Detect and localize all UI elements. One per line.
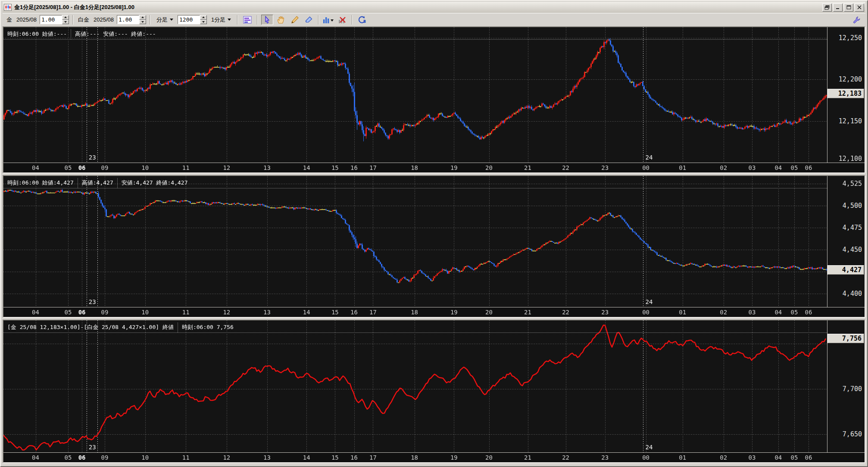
date-label: 24 — [646, 298, 653, 305]
x-tick-label: 09 — [101, 164, 109, 171]
date-label: 24 — [646, 444, 653, 451]
y-tick-label: 12,100 — [839, 155, 862, 163]
x-tick-label: 13 — [263, 454, 271, 461]
chevron-down-icon — [228, 19, 231, 21]
x-tick-label: 12 — [223, 309, 230, 316]
minimize-button[interactable] — [833, 3, 843, 12]
x-tick-label: 06 — [78, 309, 86, 316]
cursor-icon — [264, 16, 271, 24]
x-tick-label: 20 — [485, 309, 493, 316]
window-restore-button[interactable] — [822, 3, 832, 12]
refresh-button[interactable]: B — [356, 15, 368, 25]
y-tick-label: 7,700 — [843, 385, 862, 393]
toolbar-separator — [318, 15, 319, 25]
x-tick-label: 02 — [720, 164, 727, 171]
x-tick-label: 23 — [601, 309, 609, 316]
x-tick-label: 12 — [223, 454, 230, 461]
platinum-month-label: 2025/08 — [92, 16, 115, 23]
platinum-multiplier-input[interactable] — [117, 15, 139, 24]
platinum-symbol-label: 白金 — [77, 16, 91, 24]
x-tick-label: 18 — [411, 164, 418, 171]
spread-line-canvas[interactable] — [3, 320, 827, 452]
toolbar-separator — [257, 15, 258, 25]
x-tick-label: 17 — [369, 454, 377, 461]
gold-time-axis: 0405060910111213141516171819202122230001… — [3, 163, 865, 172]
spread-value-axis: 7,7007,6507,756 — [827, 320, 865, 452]
cursor-select-button[interactable] — [261, 15, 273, 25]
platinum-chart-panel: 時刻:06:00 始値:4,427高値:4,427安値:4,427 終値:4,4… — [3, 175, 865, 318]
gold-multiplier-up-icon[interactable] — [62, 15, 69, 20]
current-price-box: 4,427 — [827, 265, 864, 275]
x-tick-label: 05 — [791, 454, 798, 461]
x-tick-label: 00 — [642, 309, 649, 316]
x-tick-label: 04 — [774, 309, 782, 316]
eraser-button[interactable] — [303, 15, 315, 25]
x-tick-label: 05 — [65, 164, 72, 171]
x-tick-label: 14 — [303, 309, 310, 316]
x-tick-label: 22 — [562, 454, 569, 461]
svg-text:B: B — [363, 20, 366, 24]
x-tick-label: 23 — [601, 164, 609, 171]
platinum-multiplier-up-icon[interactable] — [139, 15, 146, 20]
date-label: 24 — [646, 154, 653, 161]
maximize-button[interactable] — [844, 3, 853, 12]
x-tick-label: 21 — [524, 454, 531, 461]
x-tick-label: 04 — [774, 164, 782, 171]
wrench-icon — [853, 16, 861, 24]
bar-style-button[interactable] — [322, 15, 334, 25]
close-button[interactable] — [855, 3, 864, 12]
x-tick-label: 18 — [411, 454, 418, 461]
x-tick-label: 04 — [774, 454, 782, 461]
x-tick-label: 21 — [524, 309, 531, 316]
toolbar-separator — [237, 15, 238, 25]
toolbar-separator — [72, 15, 73, 25]
title-bar[interactable]: 金1分足[2025/08]1.00 - 白金1分足[2025/08]1.00 — [3, 2, 865, 13]
x-tick-label: 06 — [805, 309, 812, 316]
x-tick-label: 15 — [331, 309, 339, 316]
x-tick-label: 14 — [303, 454, 310, 461]
platinum-price-axis: 4,5254,5004,4754,4504,4004,427 — [827, 176, 865, 307]
x-tick-label: 13 — [263, 164, 271, 171]
app-candlestick-icon — [4, 4, 12, 11]
x-tick-label: 02 — [720, 309, 727, 316]
x-tick-label: 22 — [562, 309, 569, 316]
indicator-settings-button[interactable] — [241, 15, 253, 25]
bar-count-up-icon[interactable] — [200, 15, 207, 20]
x-tick-label: 06 — [805, 164, 812, 171]
x-tick-label: 10 — [141, 164, 149, 171]
gold-multiplier-down-icon[interactable] — [62, 20, 69, 25]
x-tick-label: 05 — [791, 164, 798, 171]
x-tick-label: 22 — [562, 164, 569, 171]
x-tick-label: 04 — [32, 309, 39, 316]
platinum-candlestick-canvas[interactable] — [3, 176, 827, 307]
x-tick-label: 11 — [182, 309, 190, 316]
x-tick-label: 04 — [32, 164, 39, 171]
x-tick-label: 06 — [78, 454, 86, 461]
x-tick-label: 15 — [331, 164, 339, 171]
bar-count-down-icon[interactable] — [200, 20, 207, 25]
x-tick-label: 09 — [101, 309, 109, 316]
gold-multiplier-input[interactable] — [40, 15, 62, 24]
eraser-icon — [304, 16, 313, 24]
interval-dropdown[interactable]: 1分足 — [209, 15, 234, 25]
bar-count-input[interactable] — [178, 15, 200, 24]
x-tick-label: 14 — [303, 164, 310, 171]
x-tick-label: 20 — [485, 454, 493, 461]
x-tick-label: 06 — [78, 164, 86, 171]
platinum-multiplier-down-icon[interactable] — [139, 20, 146, 25]
clear-drawings-button[interactable] — [336, 15, 348, 25]
x-tick-label: 11 — [182, 454, 190, 461]
x-tick-label: 15 — [331, 454, 339, 461]
bar-count-spinner — [178, 15, 207, 24]
x-tick-label: 02 — [720, 454, 727, 461]
settings-button[interactable] — [851, 15, 863, 25]
hand-pan-button[interactable] — [275, 15, 287, 25]
pencil-draw-button[interactable] — [289, 15, 301, 25]
platinum-time-axis: 0405060910111213141516171819202122230001… — [3, 307, 865, 317]
bar-type-dropdown[interactable]: 分足 — [154, 15, 176, 25]
x-tick-label: 16 — [350, 164, 358, 171]
x-tick-label: 18 — [411, 309, 418, 316]
x-tick-label: 09 — [101, 454, 109, 461]
x-tick-label: 03 — [748, 164, 756, 171]
gold-candlestick-canvas[interactable] — [3, 27, 827, 163]
